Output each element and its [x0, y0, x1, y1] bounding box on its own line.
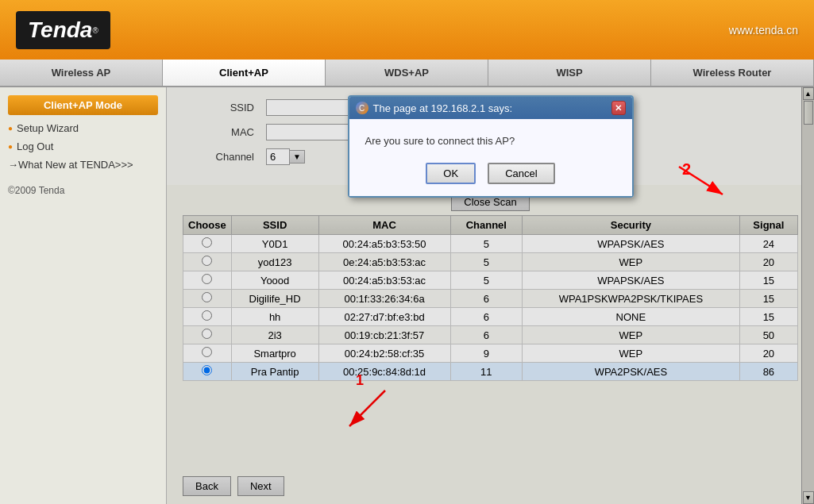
dialog-title: The page at 192.168.2.1 says: [373, 102, 513, 114]
sidebar-link-label: Log Out [17, 140, 53, 152]
svg-line-1 [679, 167, 723, 194]
sidebar: Client+AP Mode ● Setup Wizard ● Log Out … [0, 87, 167, 504]
nav-tabs: Wireless AP Client+AP WDS+AP WISP Wirele… [0, 60, 814, 87]
arrow-annotation-2 [675, 163, 731, 202]
dialog-buttons: OK Cancel [365, 163, 616, 184]
content-area: SSID MAC Channel 6 ▼ C The [167, 87, 814, 504]
bullet-icon: ● [8, 142, 13, 151]
annotation-2: 2 [682, 160, 691, 179]
sidebar-item-setup-wizard[interactable]: ● Setup Wizard [0, 119, 166, 137]
tab-wireless-ap[interactable]: Wireless AP [0, 60, 163, 86]
browser-icon: C [356, 102, 368, 114]
logo: Tenda® [16, 11, 110, 49]
dialog-cancel-button[interactable]: Cancel [488, 163, 554, 184]
dialog-ok-button[interactable]: OK [426, 163, 476, 184]
tab-wds-ap[interactable]: WDS+AP [326, 60, 488, 86]
dialog-title-left: C The page at 192.168.2.1 says: [356, 102, 513, 114]
mode-button[interactable]: Client+AP Mode [8, 95, 158, 115]
tab-wisp[interactable]: WISP [488, 60, 651, 86]
sidebar-link-label: →What New at TENDA>>> [8, 159, 133, 171]
dialog-body: Are you sure to connect this AP? OK Canc… [349, 119, 632, 196]
website-url: www.tenda.cn [729, 24, 798, 37]
tab-client-ap[interactable]: Client+AP [163, 60, 326, 86]
dialog-message: Are you sure to connect this AP? [365, 135, 616, 147]
dialog-title-bar: C The page at 192.168.2.1 says: ✕ [349, 97, 632, 119]
main-layout: Client+AP Mode ● Setup Wizard ● Log Out … [0, 87, 814, 504]
sidebar-copyright: ©2009 Tenda [0, 182, 166, 199]
header: Tenda® www.tenda.cn [0, 0, 814, 60]
confirm-dialog: C The page at 192.168.2.1 says: ✕ Are yo… [348, 95, 634, 198]
tab-wireless-router[interactable]: Wireless Router [651, 60, 814, 86]
dialog-overlay: C The page at 192.168.2.1 says: ✕ Are yo… [167, 87, 814, 504]
bullet-icon: ● [8, 124, 13, 133]
sidebar-item-whats-new[interactable]: →What New at TENDA>>> [0, 156, 166, 174]
dialog-close-button[interactable]: ✕ [611, 101, 626, 115]
logo-text: Tenda [28, 17, 92, 42]
sidebar-link-label: Setup Wizard [17, 122, 79, 134]
sidebar-item-logout[interactable]: ● Log Out [0, 137, 166, 156]
